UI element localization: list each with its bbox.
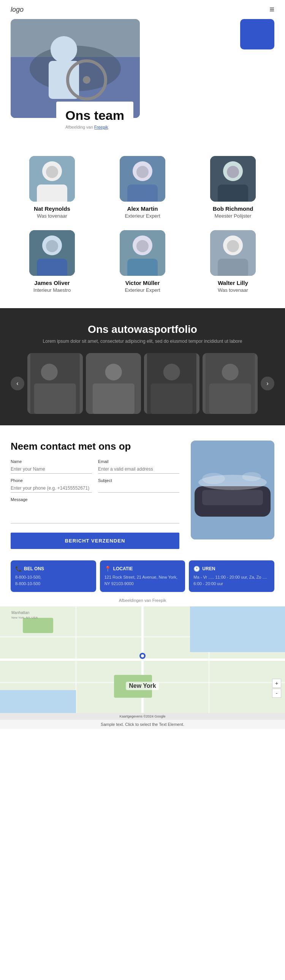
portfolio-section: Ons autowasportfolio Lorem ipsum dolor s… (0, 308, 285, 425)
svg-text:Manhattan: Manhattan (11, 611, 29, 615)
email-label: Email (98, 459, 179, 464)
message-label: Message (11, 497, 179, 502)
svg-rect-13 (127, 185, 158, 202)
hero-title: Ons team (65, 108, 124, 123)
team-role-2: Meester Polijster (215, 213, 252, 219)
svg-rect-17 (218, 185, 248, 202)
sample-text[interactable]: Sample text. Click to select the Text El… (0, 720, 285, 729)
contact-form: Neem contact met ons op Name Email Phone… (11, 441, 179, 549)
hero-accent-rect (240, 19, 274, 49)
svg-rect-57 (0, 690, 76, 713)
svg-point-35 (105, 364, 122, 380)
svg-rect-42 (209, 383, 251, 414)
info-card-hours-header: 🕐 UREN (193, 566, 270, 572)
contact-section: Neem contact met ons op Name Email Phone… (0, 425, 285, 560)
gallery-prev-button[interactable]: ‹ (11, 377, 24, 390)
svg-rect-25 (127, 259, 158, 276)
info-card-call-body: 8-800-10-500, 8-800-10-500 (15, 574, 92, 587)
contact-image (191, 441, 274, 539)
name-label: Name (11, 459, 92, 464)
team-role-0: Was tovenaar (37, 213, 67, 219)
gallery-next-button[interactable]: › (261, 377, 274, 390)
team-card-1: Alex Martin Exterieur Expert (101, 156, 184, 219)
map-credit: Kaartgegevens ©2024 Google (0, 713, 285, 720)
message-textarea[interactable] (11, 504, 179, 523)
location-icon: 📍 (104, 566, 111, 572)
team-name-5: Walter Lilly (218, 280, 248, 286)
form-group-message: Message (11, 497, 179, 523)
svg-point-14 (136, 166, 149, 178)
svg-point-32 (41, 364, 58, 380)
svg-point-22 (46, 240, 58, 252)
team-name-3: James Oliver (34, 280, 70, 286)
portfolio-subtitle: Lorem ipsum dolor sit amet, consectetur … (11, 339, 274, 344)
svg-rect-36 (92, 383, 134, 414)
svg-point-41 (222, 364, 238, 380)
portfolio-gallery: ‹ (11, 353, 274, 414)
phone-input[interactable] (11, 484, 92, 493)
team-card-4: Victor Müller Exterieur Expert (101, 230, 184, 293)
zoom-in-button[interactable]: + (272, 679, 281, 688)
form-group-phone: Phone (11, 478, 92, 493)
team-photo-5 (210, 230, 256, 276)
gallery-img-2 (144, 353, 200, 414)
gallery-img-0 (27, 353, 83, 414)
svg-point-3 (51, 36, 77, 63)
svg-point-47 (202, 473, 225, 484)
team-section: Nat Reynolds Was tovenaar Alex Martin Ex… (0, 148, 285, 308)
svg-rect-29 (218, 259, 248, 276)
form-row-name-email: Name Email (11, 459, 179, 474)
name-input[interactable] (11, 465, 92, 474)
team-card-2: Bob Richmond Meester Polijster (192, 156, 274, 219)
team-photo-1 (120, 156, 165, 202)
info-card-call: 📞 BEL ONS 8-800-10-500, 8-800-10-500 (11, 560, 96, 592)
svg-rect-9 (37, 185, 67, 202)
svg-point-30 (227, 240, 239, 252)
team-role-4: Exterieur Expert (125, 287, 160, 293)
freepik-credit: Afbeeldingen van Freepik (0, 598, 285, 606)
team-photo-3 (29, 230, 75, 276)
email-input[interactable] (98, 465, 179, 474)
info-card-hours: 🕐 UREN Ma - Vr ..... 11:00 - 20:00 uur, … (189, 560, 274, 592)
hero-source: Afbeelding van Freepik (65, 125, 124, 129)
form-group-subject: Subject (98, 478, 179, 493)
freepik-link[interactable]: Freepik (94, 125, 108, 129)
map-zoom: + - (272, 679, 281, 698)
gallery-img-3 (203, 353, 258, 414)
team-photo-4 (120, 230, 165, 276)
subject-input[interactable] (98, 484, 179, 493)
svg-point-6 (83, 76, 90, 84)
svg-point-38 (163, 364, 180, 380)
phone-label: Phone (11, 478, 92, 483)
team-name-4: Victor Müller (125, 280, 160, 286)
svg-point-48 (242, 472, 261, 481)
svg-point-10 (46, 166, 58, 178)
svg-rect-56 (190, 606, 285, 652)
team-role-5: Was tovenaar (218, 287, 248, 293)
map-label: New York (126, 682, 159, 690)
zoom-out-button[interactable]: - (272, 689, 281, 698)
form-group-email: Email (98, 459, 179, 474)
team-role-3: Interieur Maestro (33, 287, 71, 293)
team-card-3: James Oliver Interieur Maestro (11, 230, 93, 293)
svg-rect-33 (34, 383, 76, 414)
svg-rect-45 (202, 490, 263, 505)
info-card-hours-body: Ma - Vr ..... 11:00 - 20:00 uur, Za, Zo … (193, 574, 270, 587)
header: logo ≡ (0, 0, 285, 19)
info-card-hours-title: UREN (202, 566, 215, 571)
svg-point-63 (141, 654, 144, 657)
info-card-location-header: 📍 LOCATIE (104, 566, 181, 572)
team-name-1: Alex Martin (127, 205, 158, 212)
info-card-location-title: LOCATIE (113, 566, 133, 571)
info-card-location: 📍 LOCATIE 121 Rock Street, 21 Avenue, Ne… (100, 560, 185, 592)
submit-button[interactable]: BERICHT VERZENDEN (11, 533, 179, 549)
menu-icon[interactable]: ≡ (269, 5, 274, 14)
svg-rect-39 (151, 383, 193, 414)
form-group-name: Name (11, 459, 92, 474)
hero-section: Ons team Afbeelding van Freepik (11, 19, 274, 133)
logo: logo (11, 6, 24, 14)
info-card-call-header: 📞 BEL ONS (15, 566, 92, 572)
portfolio-title: Ons autowasportfolio (11, 323, 274, 336)
svg-point-26 (136, 240, 149, 252)
info-card-call-title: BEL ONS (24, 566, 44, 571)
